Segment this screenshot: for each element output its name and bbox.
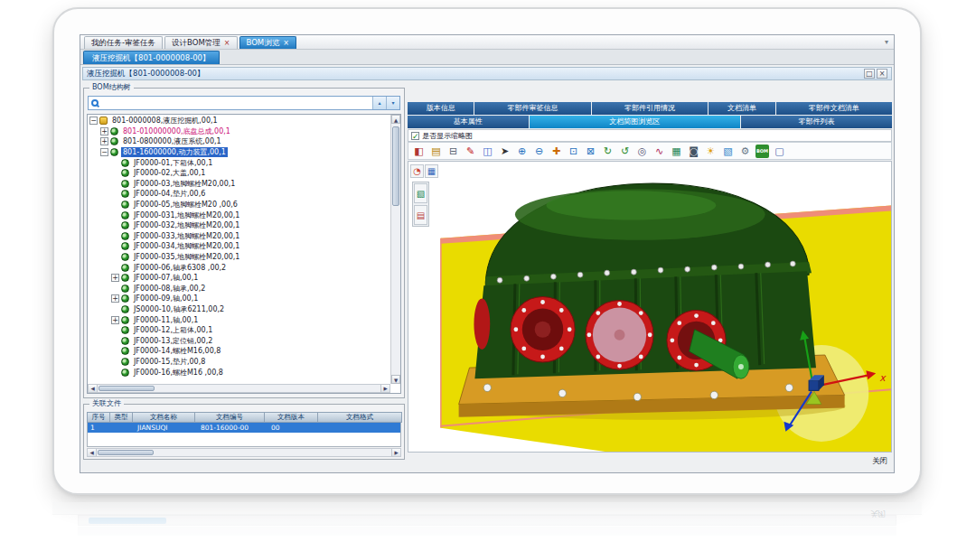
scroll-left-icon[interactable]: ◀	[89, 385, 98, 392]
detail-tab[interactable]: 零部件引用情况	[592, 102, 708, 115]
detail-tab[interactable]: 基本属性	[408, 116, 529, 128]
detail-tab[interactable]: 文档简图浏览区	[530, 116, 741, 128]
main-tab[interactable]: 设计BOM管理×	[164, 36, 237, 49]
detail-tab[interactable]: 零部件列表	[741, 116, 892, 128]
document-tab[interactable]: 液压挖掘机【801-0000008-00】	[83, 51, 220, 64]
tree-item[interactable]: JF0000-031,地脚螺栓M20,00,1	[88, 210, 390, 220]
tab-close-icon[interactable]: ×	[283, 40, 289, 47]
tree-item[interactable]: JF0000-02,大盖,00,1	[88, 168, 390, 179]
bom-icon[interactable]: BOM	[755, 145, 769, 158]
tree-item[interactable]: JF0000-03,地脚螺栓M20,00,1	[88, 179, 390, 190]
open-icon[interactable]: ▤	[429, 145, 443, 158]
image-icon[interactable]: ▧	[721, 145, 735, 158]
tree-item[interactable]: +JF0000-11,轴,00,1	[88, 314, 390, 325]
detail-tab[interactable]: 文档清单	[709, 102, 774, 115]
print-icon[interactable]: ⊟	[446, 145, 460, 158]
orbit-icon[interactable]: ↺	[618, 145, 632, 158]
tree-expand-toggle[interactable]: −	[100, 148, 108, 156]
scrollbar-thumb[interactable]	[392, 126, 399, 206]
spin-icon[interactable]: ◎	[635, 145, 649, 158]
tree-item[interactable]: JF0000-13,定位销,00,2	[88, 335, 390, 346]
file-col-header[interactable]: 文档版本	[264, 412, 318, 423]
scrollbar-thumb[interactable]	[98, 450, 154, 455]
tree-expand-toggle[interactable]: +	[100, 137, 108, 145]
tree-item[interactable]: JF0000-15,垫片,00,8	[88, 357, 390, 368]
search-input[interactable]	[101, 98, 372, 108]
file-row[interactable]: 1JIANSUQI801-16000-0000	[88, 423, 400, 433]
grid-icon[interactable]: ▦	[670, 145, 683, 158]
snapshot-icon[interactable]: ◫	[481, 145, 494, 158]
pie-view-icon[interactable]: ◔	[410, 164, 424, 178]
rotate-icon[interactable]: ↻	[601, 145, 615, 158]
tree-expand-toggle[interactable]: +	[100, 127, 108, 135]
tree-item[interactable]: +801-0800000,液压系统,00,1	[88, 136, 390, 147]
tab-close-icon[interactable]: ×	[224, 40, 230, 47]
section-icon[interactable]: ∿	[652, 145, 666, 158]
thumbnail-checkbox[interactable]: ✓	[411, 132, 419, 140]
detail-tab[interactable]: 版本信息	[408, 102, 474, 115]
tree-item[interactable]: JF0000-05,地脚螺栓M20 ,00,6	[88, 200, 390, 210]
tree-item[interactable]: +801-010000000,底盘总成,00,1	[88, 126, 390, 137]
tree-item[interactable]: −801-16000000,动力装置,00,1	[88, 147, 390, 158]
tree-item[interactable]: JF0000-01,下箱体,00,1	[88, 157, 390, 168]
tree-item[interactable]: JF0000-034,地脚螺栓M20,00,1	[88, 241, 390, 252]
close-icon[interactable]: ×	[877, 69, 887, 79]
display-icon[interactable]: ▢	[773, 145, 786, 158]
tree-item[interactable]: JS0000-10,轴承6211,00,2	[88, 304, 390, 315]
tree-item[interactable]: +JF0000-07,轴,00,1	[88, 273, 390, 284]
tree-expand-toggle[interactable]: +	[111, 316, 119, 324]
zoom-window-icon[interactable]: ⊡	[567, 145, 580, 158]
camera-icon[interactable]: ◙	[687, 145, 700, 158]
scroll-up-icon[interactable]: ▲	[391, 115, 400, 124]
tree-item[interactable]: JF0000-04,垫片,00,6	[88, 189, 390, 200]
tree-item[interactable]: JF0000-14,螺栓M16,00,8	[88, 346, 390, 357]
tree-expand-toggle[interactable]: −	[89, 117, 98, 125]
file-col-header[interactable]: 文档名称	[132, 412, 195, 423]
file-col-header[interactable]: 类型	[109, 412, 133, 423]
tree-item[interactable]: JF0000-12,上箱体,00,1	[88, 325, 390, 336]
model-3d-view[interactable]: x	[430, 162, 891, 452]
tree-vertical-scrollbar[interactable]: ▲ ▼	[390, 115, 400, 384]
scrollbar-thumb[interactable]	[99, 386, 155, 391]
minimize-icon[interactable]: □	[864, 69, 875, 79]
tree-item[interactable]: JF0000-06,轴承6308 ,00,2	[88, 262, 390, 273]
files-horizontal-scrollbar[interactable]: ◀ ▶	[87, 448, 401, 457]
file-col-header[interactable]: 文档编号	[194, 412, 265, 423]
zoom-in-icon[interactable]: ⊕	[515, 145, 529, 158]
redline-icon[interactable]: ▤	[414, 205, 427, 225]
scroll-down-icon[interactable]: ▼	[391, 375, 400, 384]
markup-icon[interactable]: ✎	[464, 145, 477, 158]
main-tab[interactable]: 我的任务-审签任务	[84, 36, 163, 49]
layers-icon[interactable]: ▧	[414, 183, 427, 203]
scroll-right-icon[interactable]: ▶	[391, 449, 400, 456]
tree-item[interactable]: JF0000-16,螺栓M16 ,00,8	[88, 367, 390, 378]
close-link[interactable]: 关闭	[872, 456, 887, 467]
tree-item[interactable]: JF0000-08,轴承,00,2	[88, 284, 390, 294]
tree-expand-toggle[interactable]: +	[111, 294, 119, 303]
thumbnail-grid-icon[interactable]: ▦	[425, 164, 438, 178]
chevron-down-icon[interactable]: ▾	[885, 38, 888, 46]
pan-icon[interactable]: ✚	[549, 145, 563, 158]
light-icon[interactable]: ☀	[704, 145, 718, 158]
tree-item[interactable]: JF0000-033,地脚螺栓M20,00,1	[88, 231, 390, 242]
scroll-right-icon[interactable]: ▶	[380, 385, 389, 392]
zoom-out-icon[interactable]: ⊖	[532, 145, 546, 158]
tree-expand-toggle[interactable]: +	[111, 274, 119, 282]
tree-item[interactable]: +JF0000-09,轴,00,1	[88, 294, 390, 304]
settings-icon[interactable]: ⚙	[738, 145, 752, 158]
search-next-button[interactable]: ▾	[386, 97, 399, 109]
file-col-header[interactable]: 序号	[87, 412, 110, 423]
file-col-header[interactable]: 文档格式	[317, 412, 402, 423]
detail-tab[interactable]: 零部件文档清单	[776, 102, 892, 115]
tree-item[interactable]: JF0000-032,地脚螺栓M20,00,1	[88, 220, 390, 231]
view-cube-icon[interactable]: ◧	[412, 145, 426, 158]
scroll-left-icon[interactable]: ◀	[88, 449, 97, 456]
main-tab[interactable]: BOM浏览×	[239, 36, 296, 49]
tree-item[interactable]: JF0000-035,地脚螺栓M20,00,1	[88, 252, 390, 263]
detail-tab[interactable]: 零部件审签信息	[474, 102, 590, 115]
search-prev-button[interactable]: ▴	[372, 97, 386, 109]
zoom-fit-icon[interactable]: ⊠	[584, 145, 597, 158]
tree-horizontal-scrollbar[interactable]: ◀ ▶	[88, 384, 390, 393]
select-icon[interactable]: ➤	[498, 145, 511, 158]
tree-item[interactable]: −801-0000008,液压挖掘机,00,1	[88, 116, 390, 126]
